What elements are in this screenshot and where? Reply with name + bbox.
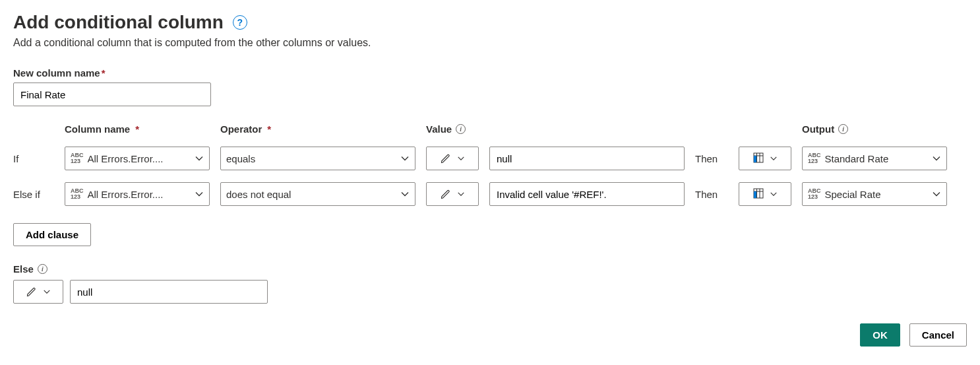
then-label: Then: [695, 189, 728, 200]
column-name-dropdown[interactable]: ABC123 All Errors.Error....: [65, 147, 210, 170]
dialog-subtitle: Add a conditional column that is compute…: [13, 37, 967, 49]
chevron-down-icon: [400, 189, 410, 199]
info-icon[interactable]: i: [456, 124, 466, 134]
value-input[interactable]: [489, 147, 685, 170]
output-type-selector[interactable]: [739, 147, 791, 170]
chevron-down-icon: [932, 154, 941, 163]
table-column-icon: [752, 187, 764, 201]
chevron-down-icon: [195, 154, 204, 163]
chevron-down-icon: [932, 189, 941, 199]
chevron-down-icon: [770, 190, 778, 198]
info-icon[interactable]: i: [38, 264, 47, 274]
operator-dropdown[interactable]: does not equal: [220, 182, 415, 206]
output-column-dropdown[interactable]: ABC123 Special Rate: [802, 182, 947, 206]
value-type-selector[interactable]: [426, 147, 479, 170]
add-clause-button[interactable]: Add clause: [13, 223, 91, 246]
chevron-down-icon: [195, 189, 204, 199]
datatype-any-icon: ABC123: [808, 188, 821, 200]
else-value-input[interactable]: [70, 280, 268, 304]
help-icon[interactable]: ?: [233, 15, 247, 30]
chevron-down-icon: [770, 154, 778, 162]
column-name-header: Column name*: [65, 123, 210, 135]
pencil-icon: [440, 152, 452, 164]
then-label: Then: [695, 153, 728, 164]
new-column-name-label: New column name*: [13, 67, 967, 79]
operator-dropdown[interactable]: equals: [220, 147, 415, 170]
pencil-icon: [440, 188, 452, 200]
output-column-dropdown[interactable]: ABC123 Standard Rate: [802, 147, 947, 170]
datatype-any-icon: ABC123: [71, 188, 84, 200]
row-prefix-elseif: Else if: [13, 189, 54, 200]
row-prefix-if: If: [13, 153, 54, 164]
value-input[interactable]: [489, 182, 685, 206]
chevron-down-icon: [457, 154, 465, 162]
chevron-down-icon: [400, 154, 410, 163]
chevron-down-icon: [43, 288, 51, 296]
datatype-any-icon: ABC123: [808, 152, 821, 164]
svg-rect-7: [754, 191, 757, 198]
output-header: Output i: [802, 123, 947, 135]
value-type-selector[interactable]: [426, 182, 479, 206]
ok-button[interactable]: OK: [860, 323, 900, 347]
else-label: Else: [13, 263, 34, 275]
svg-rect-2: [754, 156, 757, 162]
operator-header: Operator*: [220, 123, 415, 135]
new-column-name-input[interactable]: [13, 83, 211, 106]
table-column-icon: [752, 152, 764, 166]
info-icon[interactable]: i: [838, 124, 848, 134]
dialog-title: Add conditional column: [13, 12, 224, 33]
required-asterisk: *: [102, 67, 106, 79]
cancel-button[interactable]: Cancel: [909, 323, 967, 347]
column-name-dropdown[interactable]: ABC123 All Errors.Error....: [65, 182, 210, 206]
output-type-selector[interactable]: [739, 182, 791, 206]
pencil-icon: [26, 286, 38, 298]
datatype-any-icon: ABC123: [71, 152, 84, 164]
value-header: Value i: [426, 123, 479, 135]
else-value-type-selector[interactable]: [13, 280, 63, 304]
chevron-down-icon: [457, 190, 465, 198]
